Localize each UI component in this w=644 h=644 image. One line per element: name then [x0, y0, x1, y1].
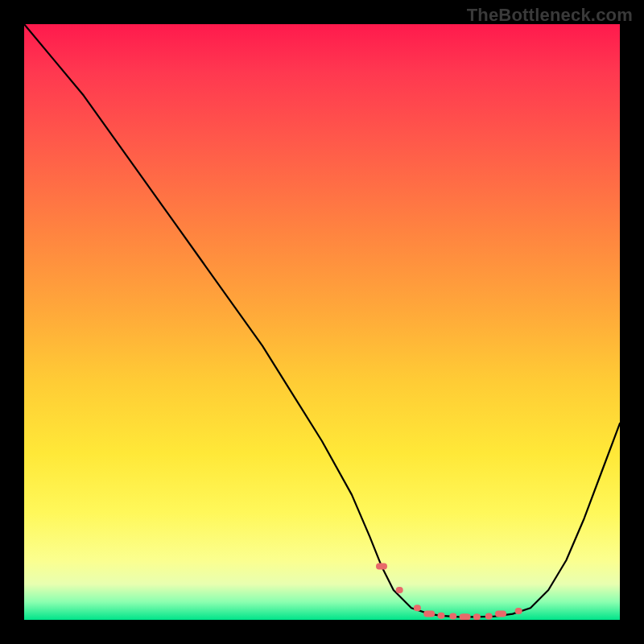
highlight-dot	[396, 587, 403, 593]
highlight-dot	[449, 613, 456, 620]
highlight-dot	[414, 605, 421, 611]
highlight-dot	[423, 611, 435, 617]
highlight-dots	[376, 563, 522, 620]
chart-svg	[24, 24, 620, 620]
highlight-dot	[485, 613, 493, 620]
chart-frame: TheBottleneck.com	[0, 0, 644, 644]
bottleneck-curve	[24, 24, 620, 617]
watermark-text: TheBottleneck.com	[467, 5, 633, 26]
highlight-dot	[515, 608, 522, 614]
highlight-dot	[438, 613, 445, 619]
plot-area	[24, 24, 620, 620]
curve-path	[24, 24, 620, 617]
highlight-dot	[473, 613, 481, 620]
highlight-dot	[495, 611, 506, 617]
highlight-dot	[376, 563, 387, 569]
highlight-dot	[460, 613, 471, 620]
